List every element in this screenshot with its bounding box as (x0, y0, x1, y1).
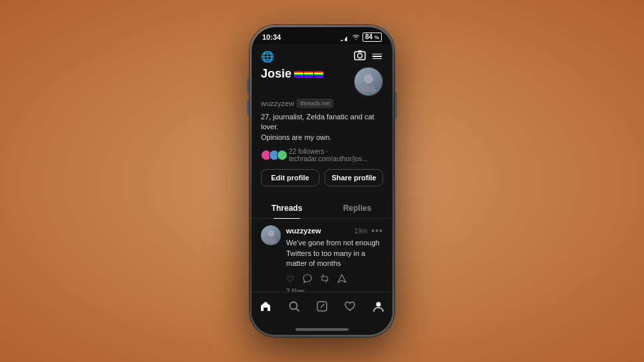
notch (295, 27, 349, 40)
post-meta: 19m ••• (355, 225, 383, 236)
repost-button[interactable] (320, 274, 329, 285)
content-tabs: Threads Replies (252, 198, 392, 219)
app-screen: 🌐 (252, 44, 392, 335)
menu-line2 (372, 56, 382, 57)
svg-point-4 (361, 86, 376, 92)
nav-profile[interactable] (367, 298, 390, 318)
battery-percent: % (374, 34, 379, 40)
svg-line-8 (296, 309, 299, 312)
menu-line1 (372, 54, 382, 55)
profile-name-row: Josie (261, 67, 323, 81)
wifi-icon (352, 34, 360, 41)
flag-3 (314, 71, 323, 78)
followers-link: techradar.com/author/jos... (289, 155, 367, 162)
profile-section: Josie (252, 67, 392, 198)
volume-up-button (247, 78, 249, 94)
username-text: wuzzyzew (261, 99, 294, 107)
follower-avatars (261, 150, 285, 160)
more-icon[interactable]: ••• (371, 225, 383, 236)
nav-compose[interactable] (311, 298, 333, 318)
nav-favorites[interactable] (339, 298, 361, 318)
svg-point-1 (358, 54, 362, 58)
post-header: wuzzyzew 19m ••• (286, 225, 383, 236)
profile-actions: Edit profile Share profile (261, 169, 383, 186)
battery-level: 84 (365, 33, 372, 40)
power-button (395, 91, 397, 118)
svg-point-5 (268, 230, 274, 237)
comment-button[interactable] (303, 274, 312, 285)
menu-icon[interactable] (372, 54, 383, 60)
svg-point-7 (289, 302, 297, 310)
bio-text: 27, journalist, Zelda fanatic and cat lo… (261, 112, 383, 143)
share-button[interactable] (337, 274, 347, 285)
bio-line2: Opinions are my own. (261, 133, 331, 141)
post-content: wuzzyzew 19m ••• We've gone from not eno… (286, 225, 383, 292)
svg-rect-2 (358, 50, 362, 52)
threads-tab-label: Threads (272, 204, 303, 213)
rainbow-flags (294, 71, 323, 78)
volume-down-button (247, 99, 249, 115)
followers-text: 22 followers · techradar.com/author/jos.… (289, 148, 383, 162)
post-avatar[interactable] (261, 225, 281, 245)
share-profile-button[interactable]: Share profile (325, 169, 383, 186)
svg-point-10 (376, 302, 380, 307)
flag-1 (294, 71, 303, 78)
avatar-image (355, 68, 382, 95)
followers-count: 22 followers (289, 148, 324, 155)
follower-avatar-3 (277, 150, 287, 160)
camera-icon[interactable] (354, 50, 366, 63)
bio-line1: 27, journalist, Zelda fanatic and cat lo… (261, 113, 374, 131)
username-badge: threads.net (297, 99, 333, 108)
edit-profile-button[interactable]: Edit profile (261, 169, 319, 186)
phone-screen: 10:34 ▌▌ 84 % 🌐 (252, 27, 392, 335)
post-actions: ♡ (286, 274, 383, 285)
profile-avatar[interactable] (354, 67, 383, 96)
svg-point-6 (265, 238, 277, 243)
battery-icon: 84 % (362, 32, 382, 42)
app-top-bar: 🌐 (252, 44, 392, 67)
home-indicator-area (252, 326, 392, 335)
svg-point-3 (364, 74, 373, 84)
followers-row[interactable]: 22 followers · techradar.com/author/jos.… (261, 148, 383, 162)
post-time: 19m (355, 227, 367, 235)
like-button[interactable]: ♡ (286, 274, 295, 285)
profile-header: Josie (261, 67, 383, 96)
home-indicator (295, 328, 349, 331)
nav-search[interactable] (283, 298, 305, 318)
username-row: wuzzyzew threads.net (261, 99, 383, 108)
menu-line3 (372, 58, 382, 60)
tab-threads[interactable]: Threads (252, 198, 322, 218)
time-display: 10:34 (262, 33, 281, 41)
post-text: We've gone from not enough Twitters to t… (286, 238, 383, 269)
flag-2 (304, 71, 313, 78)
post-item: wuzzyzew 19m ••• We've gone from not eno… (252, 219, 392, 292)
post-username[interactable]: wuzzyzew (286, 227, 321, 235)
nav-home[interactable] (254, 298, 277, 318)
bottom-nav (252, 292, 392, 326)
replies-tab-label: Replies (343, 204, 372, 213)
display-name: Josie (261, 67, 291, 81)
top-right-actions (354, 50, 383, 63)
tab-replies[interactable]: Replies (322, 198, 392, 218)
phone-frame: 10:34 ▌▌ 84 % 🌐 (250, 25, 394, 337)
profile-name-area: Josie (261, 67, 323, 81)
threads-feed: wuzzyzew 19m ••• We've gone from not eno… (252, 219, 392, 292)
globe-icon[interactable]: 🌐 (261, 50, 274, 63)
